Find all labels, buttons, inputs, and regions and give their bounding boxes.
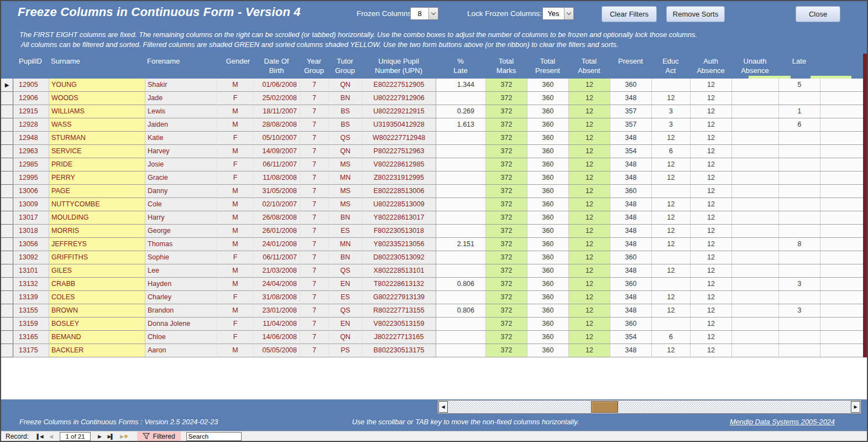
cell-forename[interactable]: Thomas (145, 238, 217, 251)
cell-total_present[interactable]: 360 (527, 211, 568, 225)
cell-forename[interactable]: Donna Jolene (145, 318, 217, 331)
cell-late[interactable] (778, 211, 820, 225)
cell-total_absent[interactable]: 12 (568, 331, 610, 344)
cell-gender[interactable]: F (217, 291, 253, 304)
record-selector[interactable] (1, 105, 13, 118)
cell-unauth_absence[interactable] (731, 211, 778, 225)
cell-upn[interactable]: G802227913139 (362, 291, 436, 304)
cell-unauth_absence[interactable] (731, 198, 778, 211)
cell-dob[interactable]: 24/04/2008 (253, 278, 300, 291)
cell-pupil_id[interactable]: 13006 (13, 185, 49, 198)
record-position-box[interactable]: 1 of 21 (60, 432, 91, 441)
cell-forename[interactable]: Katie (145, 132, 217, 145)
cell-total_absent[interactable]: 12 (568, 79, 610, 92)
cell-auth_absence[interactable]: 12 (690, 105, 731, 118)
cell-surname[interactable]: WASS (49, 118, 145, 132)
cell-pct_late[interactable]: 1.613 (436, 118, 485, 132)
cell-educ_act[interactable]: 12 (651, 291, 690, 304)
cell-pupil_id[interactable]: 12948 (13, 132, 49, 145)
cell-total_present[interactable]: 360 (527, 251, 568, 264)
cell-pupil_id[interactable]: 13092 (13, 251, 49, 264)
cell-surname[interactable]: BEMAND (49, 331, 145, 344)
cell-late[interactable] (778, 251, 820, 264)
cell-tutor_group[interactable]: BN (328, 211, 362, 225)
record-selector[interactable] (1, 198, 13, 211)
cell-year_group[interactable]: 7 (300, 251, 328, 264)
cell-surname[interactable]: SERVICE (49, 145, 145, 158)
record-selector[interactable] (1, 331, 13, 344)
cell-auth_absence[interactable]: 12 (690, 264, 731, 278)
cell-tutor_group[interactable]: EN (328, 278, 362, 291)
cell-total_marks[interactable]: 372 (485, 331, 527, 344)
cell-late[interactable] (778, 344, 820, 357)
cell-total_absent[interactable]: 12 (568, 211, 610, 225)
cell-unauth_absence[interactable] (731, 225, 778, 238)
record-selector[interactable] (1, 251, 13, 264)
cell-tutor_group[interactable]: QS (328, 264, 362, 278)
cell-present[interactable]: 360 (610, 251, 651, 264)
cell-gender[interactable]: M (217, 145, 253, 158)
cell-unauth_absence[interactable] (731, 304, 778, 318)
cell-tutor_group[interactable]: QN (328, 79, 362, 92)
cell-late[interactable]: 1 (778, 105, 820, 118)
cell-auth_absence[interactable]: 12 (690, 92, 731, 105)
cell-total_present[interactable]: 360 (527, 238, 568, 251)
cell-unauth_absence[interactable] (731, 331, 778, 344)
cell-educ_act[interactable]: 12 (651, 171, 690, 185)
cell-total_present[interactable]: 360 (527, 118, 568, 132)
cell-total_absent[interactable]: 12 (568, 318, 610, 331)
cell-surname[interactable]: PRIDE (49, 158, 145, 171)
cell-total_marks[interactable]: 372 (485, 92, 527, 105)
cell-gender[interactable]: F (217, 132, 253, 145)
cell-total_absent[interactable]: 12 (568, 185, 610, 198)
cell-educ_act[interactable] (651, 79, 690, 92)
cell-total_absent[interactable]: 12 (568, 238, 610, 251)
cell-gender[interactable]: F (217, 92, 253, 105)
cell-auth_absence[interactable]: 12 (690, 118, 731, 132)
record-selector[interactable] (1, 238, 13, 251)
cell-year_group[interactable]: 7 (300, 211, 328, 225)
cell-tutor_group[interactable]: EN (328, 318, 362, 331)
current-record-selector[interactable]: ▶ (1, 79, 13, 92)
cell-year_group[interactable]: 7 (300, 171, 328, 185)
cell-gender[interactable]: M (217, 278, 253, 291)
chevron-down-icon[interactable] (428, 8, 438, 19)
cell-dob[interactable]: 06/11/2007 (253, 251, 300, 264)
cell-tutor_group[interactable]: BS (328, 118, 362, 132)
cell-late[interactable]: 5 (778, 79, 820, 92)
record-selector[interactable] (1, 158, 13, 171)
cell-surname[interactable]: WILLIAMS (49, 105, 145, 118)
cell-educ_act[interactable]: 12 (651, 304, 690, 318)
cell-gender[interactable]: M (217, 118, 253, 132)
column-header-total_marks[interactable]: TotalMarks (485, 54, 527, 79)
cell-total_present[interactable]: 360 (527, 225, 568, 238)
cell-pupil_id[interactable]: 13101 (13, 264, 49, 278)
cell-forename[interactable]: Jaiden (145, 118, 217, 132)
clear-filters-button[interactable]: Clear Filters (602, 6, 657, 22)
cell-year_group[interactable]: 7 (300, 318, 328, 331)
cell-pupil_id[interactable]: 13009 (13, 198, 49, 211)
cell-gender[interactable]: M (217, 185, 253, 198)
cell-total_absent[interactable]: 12 (568, 132, 610, 145)
frozen-columns-combo[interactable]: 8 (410, 7, 438, 20)
cell-gender[interactable]: M (217, 344, 253, 357)
search-input[interactable] (186, 432, 242, 441)
cell-total_absent[interactable]: 12 (568, 118, 610, 132)
cell-present[interactable]: 354 (610, 331, 651, 344)
cell-forename[interactable]: Jade (145, 92, 217, 105)
record-selector[interactable] (1, 291, 13, 304)
cell-total_marks[interactable]: 372 (485, 304, 527, 318)
cell-upn[interactable]: Y802228613017 (362, 211, 436, 225)
cell-pupil_id[interactable]: 13056 (13, 238, 49, 251)
cell-forename[interactable]: Cole (145, 198, 217, 211)
cell-present[interactable]: 348 (610, 225, 651, 238)
cell-total_present[interactable]: 360 (527, 185, 568, 198)
column-header-educ_act[interactable]: EducAct (651, 54, 690, 79)
cell-present[interactable]: 348 (610, 238, 651, 251)
cell-dob[interactable]: 21/03/2008 (253, 264, 300, 278)
cell-educ_act[interactable]: 3 (651, 105, 690, 118)
cell-pupil_id[interactable]: 13159 (13, 318, 49, 331)
cell-total_absent[interactable]: 12 (568, 291, 610, 304)
cell-unauth_absence[interactable] (731, 118, 778, 132)
cell-tutor_group[interactable]: ES (328, 291, 362, 304)
